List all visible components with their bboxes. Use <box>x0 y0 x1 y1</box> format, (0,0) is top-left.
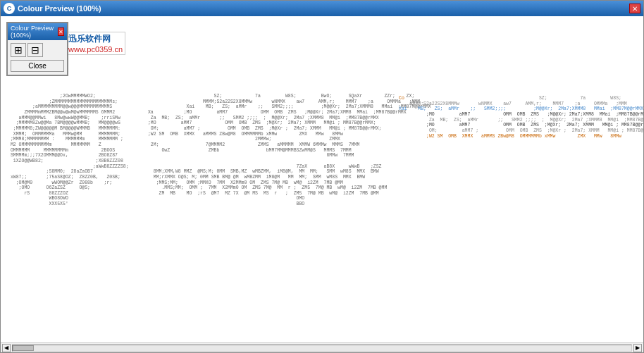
watermark-site-name: 迅乐软件网 <box>68 33 123 45</box>
cp-title-bar: Colour Preview (100%) ✕ <box>8 23 67 40</box>
ascii-display: ;2OwMMMMMWO2; SZ; 7a W8S; BwO; SQaXr ZZr… <box>1 16 643 342</box>
cp-buttons: ⊞ ⊟ <box>11 43 64 57</box>
cp-title-text: Colour Preview (100%) <box>11 25 58 39</box>
cp-button-2[interactable]: ⊟ <box>27 43 43 57</box>
watermark-overlay: 迅乐软件网 www.pc0359.cn <box>66 32 125 55</box>
display-area: Colour Preview (100%) ✕ ⊞ ⊟ Close 迅乐软件网 … <box>1 16 643 342</box>
scroll-right-arrow[interactable]: ▶ <box>633 344 642 352</box>
scroll-left-arrow[interactable]: ◀ <box>2 344 11 352</box>
cp-close-label-button[interactable]: Close <box>11 60 64 72</box>
top-area: Colour Preview (100%) ✕ ⊞ ⊟ Close 迅乐软件网 … <box>1 16 643 342</box>
cp-button-1[interactable]: ⊞ <box>11 43 26 57</box>
main-window: C Colour Preview (100%) ✕ Colour Preview… <box>0 0 644 353</box>
title-close-button[interactable]: ✕ <box>629 4 640 13</box>
watermark-url: www.pc0359.cn <box>68 45 123 54</box>
scroll-thumb[interactable] <box>13 345 34 351</box>
colored-ascii-right: Co SZ; 7a W8S; MMMM;S2a22S2X8MMMw wNMMX … <box>397 94 643 141</box>
window-title: Colour Preview (100%) <box>18 4 101 13</box>
title-bar: C Colour Preview (100%) ✕ <box>1 1 643 16</box>
window-icon: C <box>4 3 15 14</box>
scroll-track[interactable] <box>12 345 632 352</box>
cp-close-button[interactable]: ✕ <box>58 27 64 36</box>
main-content: Colour Preview (100%) ✕ ⊞ ⊟ Close 迅乐软件网 … <box>1 16 643 352</box>
colour-preview-window: Colour Preview (100%) ✕ ⊞ ⊟ Close <box>6 22 68 76</box>
title-bar-left: C Colour Preview (100%) <box>4 3 101 14</box>
cp-body: ⊞ ⊟ Close <box>8 40 67 75</box>
horizontal-scrollbar: ◀ ▶ <box>1 342 643 352</box>
